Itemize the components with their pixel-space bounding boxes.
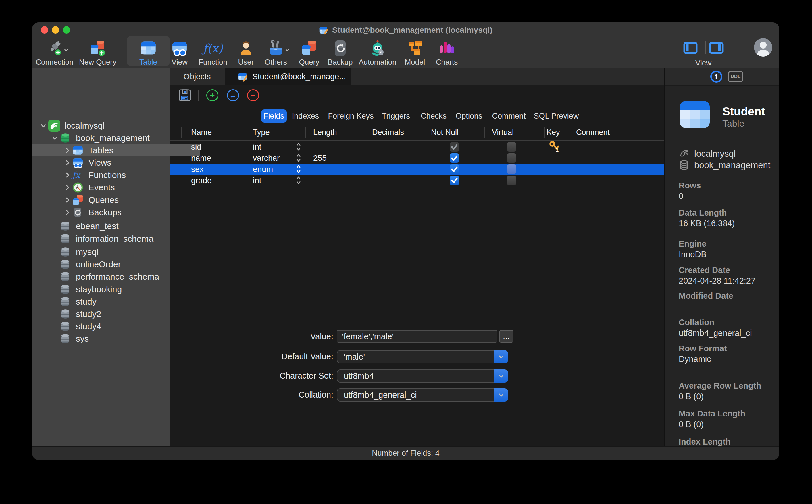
sidebar-item-localmysql[interactable]: localmysql xyxy=(32,119,176,132)
delete-field-button[interactable]: − xyxy=(247,89,259,101)
panel-database-name: book_management xyxy=(694,160,770,170)
toolbar-connection-button[interactable]: Connection xyxy=(33,36,76,66)
sidebar-item-sys[interactable]: sys xyxy=(32,332,197,345)
database-icon xyxy=(60,220,72,232)
sidebar-item-study2[interactable]: study2 xyxy=(32,308,197,320)
character-set-dropdown[interactable]: utf8mb4 xyxy=(337,369,508,383)
tab-options[interactable]: Options xyxy=(455,106,482,126)
model-icon xyxy=(407,38,423,56)
view-toggles-label: View xyxy=(683,59,724,67)
sidebar-divider[interactable] xyxy=(169,68,170,446)
database-icon xyxy=(60,132,72,144)
column-header-key[interactable]: Key xyxy=(546,128,560,137)
tab-checks[interactable]: Checks xyxy=(421,106,446,126)
field-row-sid[interactable]: sid int 1 xyxy=(170,141,664,152)
tab-triggers[interactable]: Triggers xyxy=(382,106,410,126)
sidebar-item-information-schema[interactable]: information_schema xyxy=(32,232,197,245)
sidebar-item-queries[interactable]: Queries xyxy=(32,194,200,206)
database-icon xyxy=(60,259,72,270)
column-header-comment[interactable]: Comment xyxy=(576,128,610,137)
chevron-right-icon[interactable] xyxy=(63,160,72,166)
save-button[interactable] xyxy=(178,89,191,102)
sidebar-item-study[interactable]: study xyxy=(32,295,197,308)
tab-fields[interactable]: Fields xyxy=(264,106,284,126)
database-icon xyxy=(60,271,72,282)
type-stepper[interactable] xyxy=(296,153,301,165)
column-header-type[interactable]: Type xyxy=(253,128,270,137)
view-icon xyxy=(171,38,187,56)
toggle-left-panel-button[interactable] xyxy=(683,42,698,54)
virtual-checkbox[interactable] xyxy=(507,164,516,174)
tab-objects[interactable]: Objects xyxy=(169,68,225,85)
title-bar: Student@book_management (localmysql) xyxy=(32,26,779,34)
column-header-decimals[interactable]: Decimals xyxy=(372,128,404,137)
sidebar-item-book-management[interactable]: book_management xyxy=(32,132,187,144)
chevron-right-icon[interactable] xyxy=(63,184,72,191)
ddl-tab-button[interactable]: DDL xyxy=(728,71,743,82)
sidebar-item-staybooking[interactable]: staybooking xyxy=(32,283,197,295)
sidebar-item-onlineorder[interactable]: onlineOrder xyxy=(32,258,197,270)
toolbar-new-query-button[interactable]: New Query xyxy=(76,36,119,66)
info-tab-button[interactable]: i xyxy=(710,71,722,83)
tab-comment[interactable]: Comment xyxy=(492,106,525,126)
not-null-checkbox[interactable] xyxy=(450,142,459,152)
tab-sql-preview[interactable]: SQL Preview xyxy=(534,106,579,126)
panel-divider[interactable] xyxy=(664,68,665,446)
chevron-down-icon xyxy=(64,48,68,52)
sidebar-item-study4[interactable]: study4 xyxy=(32,320,197,332)
database-outline-icon xyxy=(679,160,690,170)
type-stepper[interactable] xyxy=(296,175,301,187)
toggle-right-panel-button[interactable] xyxy=(709,42,724,54)
window-chrome: Student@book_management (localmysql) Con… xyxy=(32,22,779,68)
column-header-not-null[interactable]: Not Null xyxy=(431,128,459,137)
database-icon xyxy=(60,308,72,320)
tab-indexes[interactable]: Indexes xyxy=(292,106,319,126)
toolbar-backup-button[interactable]: Backup xyxy=(319,36,362,66)
not-null-checkbox[interactable] xyxy=(450,176,459,185)
stat-data-length: Data Length16 KB (16,384) xyxy=(679,208,735,229)
chevron-down-icon[interactable] xyxy=(38,123,48,129)
stat-row-format: Row FormatDynamic xyxy=(679,343,727,365)
header-divider xyxy=(169,140,664,141)
charts-icon xyxy=(439,38,455,56)
not-null-checkbox[interactable] xyxy=(450,164,459,174)
column-header-length[interactable]: Length xyxy=(313,128,337,137)
tab-student-table[interactable]: Student@book_manage... xyxy=(225,68,351,85)
function-icon: ƒ(x) xyxy=(203,38,223,56)
type-stepper[interactable] xyxy=(296,142,301,154)
toolbar-automation-button[interactable]: Automation xyxy=(356,36,399,66)
type-stepper[interactable] xyxy=(296,164,301,176)
panel-connection-name: localmysql xyxy=(694,149,736,159)
virtual-checkbox[interactable] xyxy=(507,142,516,152)
sidebar-item-performance-schema[interactable]: performance_schema xyxy=(32,270,197,283)
field-row-name[interactable]: name varchar 255 xyxy=(170,152,664,164)
sidebar-item-backups[interactable]: Backups xyxy=(32,206,200,218)
sidebar-item-mysql[interactable]: mysql xyxy=(32,246,197,258)
not-null-checkbox[interactable] xyxy=(450,153,459,163)
info-panel: Student Table localmysql book_management… xyxy=(665,86,779,446)
chevron-right-icon[interactable] xyxy=(63,209,72,216)
value-input[interactable]: 'female','male' xyxy=(337,330,497,343)
stat-modified-date: Modified Date-- xyxy=(679,291,733,312)
tab-foreign-keys[interactable]: Foreign Keys xyxy=(328,106,374,126)
database-icon xyxy=(60,333,72,344)
chevron-right-icon[interactable] xyxy=(63,147,72,154)
virtual-checkbox[interactable] xyxy=(507,153,516,163)
field-row-grade[interactable]: grade int xyxy=(170,175,664,186)
toolbar-divider xyxy=(198,90,199,101)
sidebar-item-ebean-test[interactable]: ebean_test xyxy=(32,220,197,232)
avatar[interactable] xyxy=(754,38,772,57)
add-field-button[interactable]: + xyxy=(206,89,219,101)
column-header-virtual[interactable]: Virtual xyxy=(492,128,514,137)
default-value-dropdown[interactable]: 'male' xyxy=(337,350,508,363)
column-header-name[interactable]: Name xyxy=(191,128,212,137)
virtual-checkbox[interactable] xyxy=(507,176,516,185)
chevron-down-icon[interactable] xyxy=(50,135,60,141)
toolbar-charts-button[interactable]: Charts xyxy=(425,36,468,66)
field-row-sex-selected[interactable]: sex enum xyxy=(170,164,664,175)
insert-field-button[interactable]: ← xyxy=(227,89,239,101)
value-more-button[interactable]: ... xyxy=(499,330,513,343)
collation-dropdown[interactable]: utf8mb4_general_ci xyxy=(337,388,508,402)
chevron-right-icon[interactable] xyxy=(63,172,72,178)
chevron-right-icon[interactable] xyxy=(63,197,72,203)
